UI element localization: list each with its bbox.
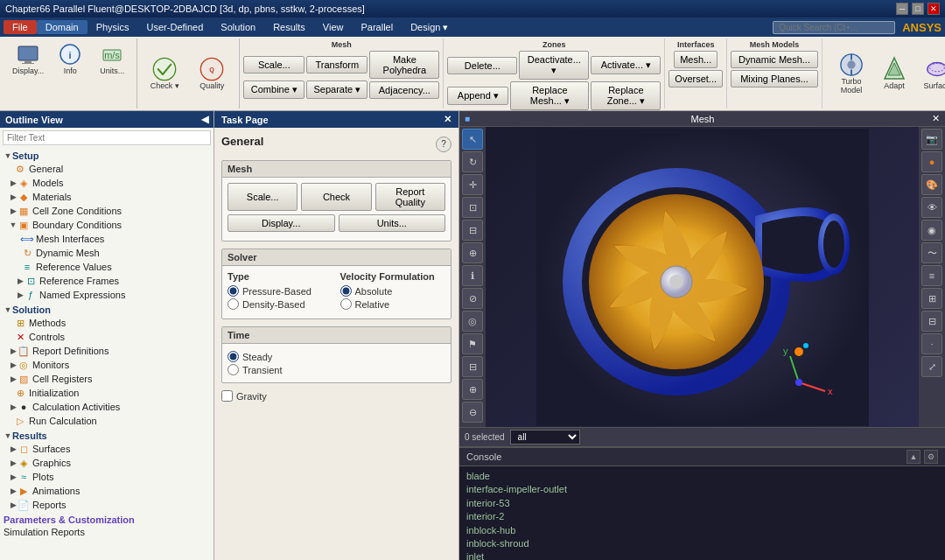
units-mesh-btn[interactable]: Units... — [339, 214, 446, 232]
turbo-model-btn[interactable]: TurboModel — [830, 43, 873, 104]
tree-animations[interactable]: ▶ ▶ Animations — [0, 484, 214, 498]
check-button[interactable]: Check ▾ — [143, 55, 186, 92]
make-polyhedra-btn[interactable]: Make Polyhedra — [369, 51, 439, 79]
results-section[interactable]: ▼ Results — [0, 430, 214, 442]
dot-btn[interactable]: · — [921, 333, 942, 354]
tree-plots[interactable]: ▶ ≈ Plots — [0, 470, 214, 484]
tree-calc-activities[interactable]: ▶ ● Calculation Activities — [0, 400, 214, 414]
report-defs-arrow[interactable]: ▶ — [9, 346, 18, 355]
transform-btn[interactable]: Transform — [306, 56, 368, 74]
replace-mesh-btn[interactable]: Replace Mesh... ▾ — [510, 81, 589, 110]
tree-reports[interactable]: ▶ 📄 Reports — [0, 498, 214, 512]
menu-domain[interactable]: Domain — [37, 20, 88, 34]
selection-type-select[interactable]: all surfaces zones — [510, 430, 580, 444]
tree-materials[interactable]: ▶ ◆ Materials — [0, 190, 214, 204]
models-arrow[interactable]: ▶ — [9, 178, 18, 187]
task-page-close-btn[interactable]: ✕ — [444, 114, 452, 125]
display-mesh-btn[interactable]: Display... — [228, 214, 335, 232]
menu-physics[interactable]: Physics — [88, 20, 138, 34]
steady-radio[interactable] — [228, 351, 239, 362]
reports-arrow[interactable]: ▶ — [9, 500, 18, 509]
flag-btn[interactable]: ⚑ — [462, 333, 483, 354]
dynamic-mesh-btn[interactable]: Dynamic Mesh... — [731, 51, 818, 68]
menu-solution[interactable]: Solution — [212, 20, 264, 34]
rotate-tool-btn[interactable]: ↻ — [462, 151, 483, 172]
relative-radio[interactable] — [340, 298, 352, 310]
tree-models[interactable]: ▶ ◈ Models — [0, 176, 214, 190]
monitors-arrow[interactable]: ▶ — [9, 360, 18, 369]
cell-reg-arrow[interactable]: ▶ — [9, 374, 18, 383]
replace-zone-btn[interactable]: Replace Zone... ▾ — [591, 81, 661, 110]
tree-general[interactable]: ⚙ General — [0, 162, 214, 176]
orange-sphere-btn[interactable]: ● — [921, 151, 942, 172]
sim-reports-section[interactable]: Simulation Reports — [0, 526, 214, 538]
curve-btn[interactable]: 〜 — [921, 242, 942, 263]
setup-arrow[interactable]: ▼ — [4, 151, 12, 160]
zoom-r2-btn[interactable]: ⊕ — [462, 379, 483, 400]
surfaces-arrow[interactable]: ▶ — [9, 444, 18, 453]
named-expr-arrow[interactable]: ▶ — [16, 290, 24, 299]
grid1-btn[interactable]: ⊞ — [921, 288, 942, 309]
mesh-interface-btn[interactable]: Mesh... — [674, 51, 718, 68]
tree-cell-zone[interactable]: ▶ ▦ Cell Zone Conditions — [0, 204, 214, 218]
tree-graphics[interactable]: ▶ ◈ Graphics — [0, 456, 214, 470]
mixing-planes-btn[interactable]: Mixing Planes... — [731, 70, 818, 88]
tree-monitors[interactable]: ▶ ◎ Monitors — [0, 358, 214, 372]
color-btn[interactable]: 🎨 — [921, 174, 942, 195]
density-based-radio[interactable] — [228, 298, 239, 310]
units-button[interactable]: m/s Units... — [93, 40, 131, 77]
adjacency-btn[interactable]: Adjacency... — [369, 81, 439, 99]
graphics-arrow[interactable]: ▶ — [9, 458, 18, 467]
zoom-r1-btn[interactable]: ⊟ — [462, 356, 483, 377]
camera-btn[interactable]: 📷 — [921, 129, 942, 150]
menu-results[interactable]: Results — [264, 20, 314, 34]
delete-btn[interactable]: Delete... — [447, 57, 517, 74]
tree-methods[interactable]: ⊞ Methods — [0, 316, 214, 330]
tree-initialization[interactable]: ⊕ Initialization — [0, 386, 214, 400]
tree-controls[interactable]: ✕ Controls — [0, 330, 214, 344]
zoom-in-btn[interactable]: ⊕ — [462, 242, 483, 263]
probe-btn[interactable]: ◎ — [462, 311, 483, 332]
tree-run-calc[interactable]: ▷ Run Calculation — [0, 414, 214, 428]
zoom-r3-btn[interactable]: ⊖ — [462, 402, 483, 423]
help-button[interactable]: ? — [436, 136, 452, 152]
info-button[interactable]: i Info — [51, 40, 89, 77]
outline-filter-input[interactable] — [3, 130, 211, 145]
scale-btn[interactable]: Scale... — [228, 183, 298, 211]
deactivate-btn[interactable]: Deactivate... ▾ — [519, 51, 589, 80]
overset-btn[interactable]: Overset... — [668, 70, 723, 88]
maximize-button[interactable]: □ — [912, 3, 924, 15]
outline-collapse-btn[interactable]: ◀ — [201, 114, 208, 125]
console-up-btn[interactable]: ▲ — [906, 450, 920, 464]
measure-btn[interactable]: ⊘ — [462, 288, 483, 309]
quick-search-input[interactable] — [773, 21, 895, 34]
expand-btn[interactable]: ⤢ — [921, 356, 942, 377]
menu-user-defined[interactable]: User-Defined — [138, 20, 213, 34]
pressure-based-radio[interactable] — [228, 285, 239, 297]
params-section[interactable]: Parameters & Customization — [0, 514, 214, 526]
solution-arrow[interactable]: ▼ — [4, 305, 12, 314]
eye1-btn[interactable]: 👁 — [921, 197, 942, 218]
gravity-checkbox[interactable] — [221, 390, 233, 402]
combine-btn[interactable]: Combine ▾ — [243, 80, 304, 99]
tree-boundary[interactable]: ▼ ▣ Boundary Conditions — [0, 218, 214, 232]
tree-named-expressions[interactable]: ▶ ƒ Named Expressions — [0, 288, 214, 302]
menu-design[interactable]: Design ▾ — [402, 20, 457, 35]
results-arrow[interactable]: ▼ — [4, 431, 12, 440]
animations-arrow[interactable]: ▶ — [9, 486, 18, 495]
minimize-button[interactable]: ─ — [896, 3, 908, 15]
tree-surfaces[interactable]: ▶ ◻ Surfaces — [0, 442, 214, 456]
tree-reference-values[interactable]: ≡ Reference Values — [0, 260, 214, 274]
cursor-tool-btn[interactable]: ↖ — [462, 129, 483, 150]
check-mesh-btn[interactable]: Check — [301, 183, 371, 211]
pan-tool-btn[interactable]: ✛ — [462, 174, 483, 195]
adapt-btn[interactable]: Adapt — [877, 43, 912, 104]
activate-btn[interactable]: Activate... ▾ — [591, 56, 661, 74]
boundary-arrow[interactable]: ▼ — [9, 220, 18, 229]
report-quality-btn[interactable]: Report Quality — [375, 183, 445, 211]
calc-act-arrow[interactable]: ▶ — [9, 402, 18, 411]
zoom-fit-btn[interactable]: ⊡ — [462, 197, 483, 218]
transient-radio[interactable] — [228, 364, 239, 375]
tree-dynamic-mesh[interactable]: ↻ Dynamic Mesh — [0, 246, 214, 260]
solution-section[interactable]: ▼ Solution — [0, 304, 214, 316]
